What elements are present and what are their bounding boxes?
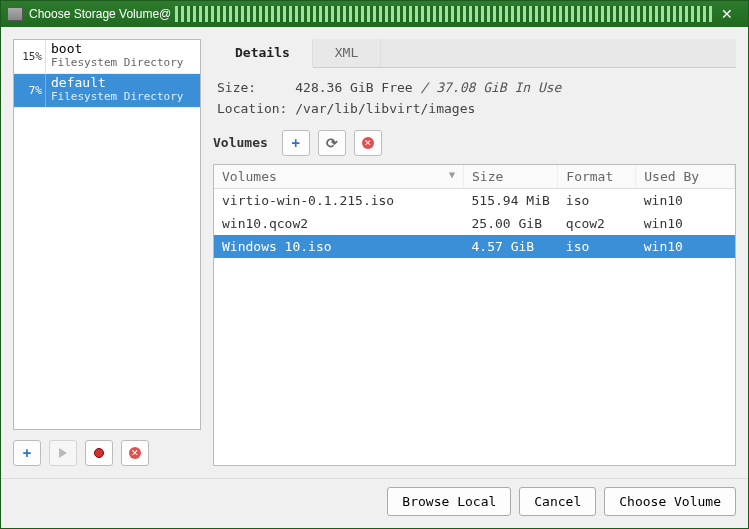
add-volume-button[interactable]: +: [282, 130, 310, 156]
table-row[interactable]: virtio-win-0.1.215.iso515.94 MiBisowin10: [214, 188, 735, 212]
vol-name: win10.qcow2: [214, 212, 464, 235]
delete-icon: ✕: [362, 137, 374, 149]
content-area: 15%bootFilesystem Directory7%defaultFile…: [1, 27, 748, 478]
delete-volume-button[interactable]: ✕: [354, 130, 382, 156]
refresh-icon: ⟳: [326, 135, 338, 151]
size-label: Size:: [217, 80, 256, 95]
titlebar[interactable]: Choose Storage Volume@ ✕: [1, 1, 748, 27]
col-header-format[interactable]: Format: [558, 165, 636, 189]
volume-table-container[interactable]: Volumes▼ Size Format Used By virtio-win-…: [213, 164, 736, 466]
tab-details[interactable]: Details: [213, 39, 313, 68]
pool-item[interactable]: 15%bootFilesystem Directory: [14, 40, 200, 74]
pool-item[interactable]: 7%defaultFilesystem Directory: [14, 74, 200, 108]
pool-name: boot: [51, 42, 183, 57]
vol-size: 515.94 MiB: [464, 188, 558, 212]
vol-usedby: win10: [636, 212, 735, 235]
pool-subtype: Filesystem Directory: [51, 57, 183, 70]
volumes-label: Volumes: [213, 135, 274, 150]
volume-table: Volumes▼ Size Format Used By virtio-win-…: [214, 165, 735, 258]
vol-format: qcow2: [558, 212, 636, 235]
tabs: Details XML: [213, 39, 736, 68]
location-value: /var/lib/libvirt/images: [295, 101, 475, 116]
vol-format: iso: [558, 235, 636, 258]
record-icon: [94, 448, 104, 458]
vol-name: virtio-win-0.1.215.iso: [214, 188, 464, 212]
pool-text: bootFilesystem Directory: [46, 40, 188, 73]
delete-pool-button[interactable]: ✕: [121, 440, 149, 466]
pool-subtype: Filesystem Directory: [51, 91, 183, 104]
titlebar-decor: [175, 6, 712, 22]
location-label: Location:: [217, 101, 287, 116]
close-button[interactable]: ✕: [712, 6, 742, 22]
vol-name: Windows 10.iso: [214, 235, 464, 258]
main-panel: Details XML Size: 428.36 GiB Free / 37.0…: [213, 39, 736, 466]
window-title: Choose Storage Volume@: [29, 7, 171, 21]
pool-name: default: [51, 76, 183, 91]
size-free: 428.36 GiB Free: [295, 80, 412, 95]
cancel-button[interactable]: Cancel: [519, 487, 596, 516]
sidebar: 15%bootFilesystem Directory7%defaultFile…: [13, 39, 201, 466]
table-row[interactable]: win10.qcow225.00 GiBqcow2win10: [214, 212, 735, 235]
vol-size: 4.57 GiB: [464, 235, 558, 258]
vol-usedby: win10: [636, 235, 735, 258]
col-header-size[interactable]: Size: [464, 165, 558, 189]
start-pool-button[interactable]: [49, 440, 77, 466]
browse-local-button[interactable]: Browse Local: [387, 487, 511, 516]
volume-toolbar: Volumes + ⟳ ✕: [213, 128, 736, 164]
size-inuse: 37.08 GiB In Use: [436, 80, 561, 95]
pool-info: Size: 428.36 GiB Free / 37.08 GiB In Use…: [213, 68, 736, 128]
pool-toolbar: + ✕: [13, 430, 201, 466]
pool-usage: 15%: [14, 40, 46, 73]
close-icon: ✕: [721, 6, 733, 22]
size-sep: /: [421, 80, 437, 95]
add-pool-button[interactable]: +: [13, 440, 41, 466]
storage-chooser-window: Choose Storage Volume@ ✕ 15%bootFilesyst…: [0, 0, 749, 529]
pool-text: defaultFilesystem Directory: [46, 74, 188, 107]
plus-icon: +: [292, 135, 300, 151]
vol-format: iso: [558, 188, 636, 212]
vol-usedby: win10: [636, 188, 735, 212]
pool-list[interactable]: 15%bootFilesystem Directory7%defaultFile…: [13, 39, 201, 430]
tab-xml[interactable]: XML: [313, 39, 381, 67]
sort-icon: ▼: [449, 169, 455, 180]
plus-icon: +: [23, 445, 31, 461]
delete-icon: ✕: [129, 447, 141, 459]
col-header-usedby[interactable]: Used By: [636, 165, 735, 189]
choose-volume-button[interactable]: Choose Volume: [604, 487, 736, 516]
play-icon: [59, 448, 67, 458]
stop-pool-button[interactable]: [85, 440, 113, 466]
table-row[interactable]: Windows 10.iso4.57 GiBisowin10: [214, 235, 735, 258]
col-header-volumes[interactable]: Volumes▼: [214, 165, 464, 189]
vol-size: 25.00 GiB: [464, 212, 558, 235]
refresh-volumes-button[interactable]: ⟳: [318, 130, 346, 156]
pool-usage: 7%: [14, 74, 46, 107]
footer: Browse Local Cancel Choose Volume: [1, 478, 748, 528]
app-icon: [7, 7, 23, 21]
